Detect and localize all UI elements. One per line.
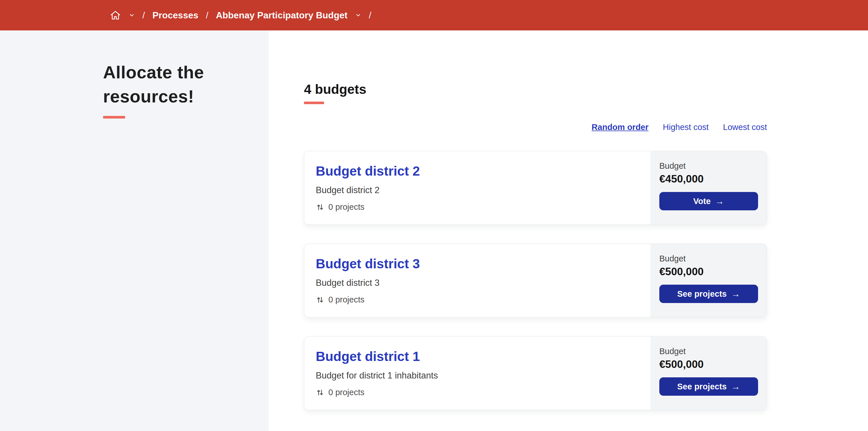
sort-lowest-cost[interactable]: Lowest cost: [723, 123, 767, 132]
arrow-right-icon: →: [732, 382, 740, 391]
breadcrumb-item-processes[interactable]: Processes: [152, 10, 198, 21]
projects-count: 0 projects: [329, 388, 365, 397]
page-title: Allocate the resources!: [103, 60, 232, 109]
projects-icon: [316, 296, 324, 304]
chevron-down-icon[interactable]: [129, 12, 135, 18]
budget-summary-panel: Budget €500,000 See projects →: [650, 244, 767, 317]
budget-amount: €450,000: [659, 173, 758, 185]
budget-meta: 0 projects: [316, 388, 645, 397]
budget-amount: €500,000: [659, 359, 758, 370]
topbar: / Processes / Abbenay Participatory Budg…: [0, 0, 868, 30]
heading-accent-underline: [304, 101, 324, 104]
main-content: 4 budgets Random order Highest cost Lowe…: [269, 30, 868, 431]
home-icon[interactable]: [110, 9, 121, 21]
budget-summary-panel: Budget €450,000 Vote →: [650, 151, 767, 224]
budget-title-link[interactable]: Budget district 1: [316, 349, 420, 364]
breadcrumb: / Processes / Abbenay Participatory Budg…: [110, 9, 371, 21]
sort-options: Random order Highest cost Lowest cost: [304, 123, 767, 132]
budget-label: Budget: [659, 161, 758, 171]
projects-count: 0 projects: [329, 295, 365, 304]
vote-button[interactable]: Vote →: [659, 192, 758, 210]
arrow-right-icon: →: [715, 197, 724, 206]
breadcrumb-item-process-title[interactable]: Abbenay Participatory Budget: [216, 10, 348, 21]
budget-card: Budget district 2 Budget district 2 0 pr…: [304, 151, 767, 225]
budget-label: Budget: [659, 347, 758, 356]
budget-description: Budget for district 1 inhabitants: [316, 370, 645, 381]
budget-card: Budget district 3 Budget district 3 0 pr…: [304, 244, 767, 317]
projects-icon: [316, 203, 324, 212]
budget-summary-panel: Budget €500,000 See projects →: [650, 337, 767, 410]
projects-icon: [316, 388, 324, 397]
breadcrumb-separator: /: [369, 10, 371, 21]
budget-card-body: Budget district 3 Budget district 3 0 pr…: [304, 244, 650, 317]
button-label: Vote: [693, 196, 711, 206]
arrow-right-icon: →: [732, 289, 740, 299]
breadcrumb-separator: /: [143, 10, 145, 21]
budget-meta: 0 projects: [316, 202, 645, 212]
budget-label: Budget: [659, 254, 758, 264]
sort-highest-cost[interactable]: Highest cost: [663, 123, 709, 132]
sort-random-order[interactable]: Random order: [592, 123, 648, 132]
budget-description: Budget district 3: [316, 278, 645, 288]
budget-card-body: Budget district 2 Budget district 2 0 pr…: [304, 151, 650, 224]
budget-title-link[interactable]: Budget district 2: [316, 163, 420, 179]
budgets-count-heading: 4 budgets: [304, 82, 767, 97]
budget-meta: 0 projects: [316, 295, 645, 304]
button-label: See projects: [677, 289, 726, 299]
breadcrumb-separator: /: [206, 10, 208, 21]
projects-count: 0 projects: [329, 202, 365, 212]
budget-card-body: Budget district 1 Budget for district 1 …: [304, 337, 650, 410]
budget-title-link[interactable]: Budget district 3: [316, 256, 420, 272]
see-projects-button[interactable]: See projects →: [659, 285, 758, 303]
button-label: See projects: [677, 382, 726, 391]
budget-description: Budget district 2: [316, 185, 645, 195]
title-accent-underline: [103, 116, 125, 119]
chevron-down-icon[interactable]: [355, 12, 361, 18]
budget-card: Budget district 1 Budget for district 1 …: [304, 336, 767, 410]
see-projects-button[interactable]: See projects →: [659, 377, 758, 396]
sidebar: Allocate the resources!: [0, 30, 269, 431]
budget-amount: €500,000: [659, 266, 758, 278]
